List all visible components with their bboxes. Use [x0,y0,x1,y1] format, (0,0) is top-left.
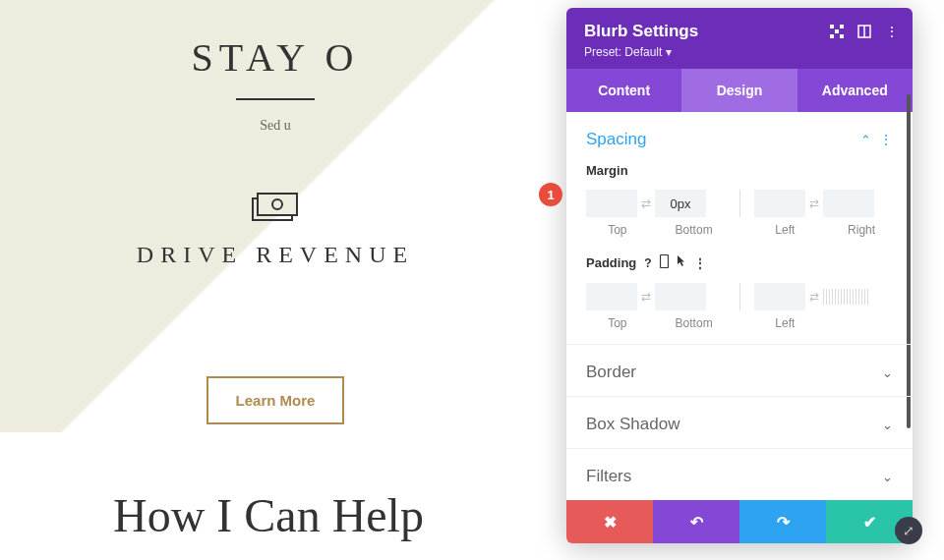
discard-button[interactable]: ✖ [566,500,653,543]
hero-subtext: Sed u [0,118,551,134]
annotation-badge: 1 [539,183,562,206]
redo-button[interactable]: ↷ [739,500,826,543]
panel-footer: ✖ ↶ ↷ ✔ [566,500,913,543]
label-right: Right [830,223,893,237]
spacing-options-icon[interactable]: ⋮ [879,132,893,147]
label-left: Left [754,223,817,237]
help-icon[interactable]: ? [644,256,651,270]
label-top: Top [586,223,649,237]
section-box-shadow[interactable]: Box Shadow ⌄ [566,397,913,449]
hero-title: STAY O [0,34,551,81]
blurb-title: DRIVE REVENUE [0,242,551,268]
tab-content[interactable]: Content [566,69,681,112]
expand-icon[interactable] [857,24,871,39]
padding-bottom-input[interactable] [655,283,706,310]
tab-advanced[interactable]: Advanced [797,69,913,112]
label-bottom: Bottom [663,223,726,237]
resize-handle[interactable]: ⤢ [895,517,922,544]
chevron-down-icon: ⌄ [882,365,893,380]
padding-top-input[interactable] [586,283,637,310]
label-bottom: Bottom [663,316,726,330]
spacing-label: Spacing [586,130,646,149]
label-left: Left [754,316,817,330]
learn-more-button[interactable]: Learn More [206,376,345,424]
padding-options-icon[interactable]: ⋮ [694,256,706,270]
more-icon[interactable]: ⋮ [885,24,899,39]
settings-panel: Blurb Settings Preset: Default ▾ ⋮ Conte… [566,8,913,543]
svg-rect-5 [830,25,834,28]
section-filters[interactable]: Filters ⌄ [566,449,913,500]
margin-bottom-input[interactable] [655,190,706,217]
blurb-module[interactable]: DRIVE REVENUE [0,193,551,268]
margin-label: Margin [586,163,893,178]
undo-button[interactable]: ↶ [653,500,739,543]
padding-right-slider[interactable] [823,289,870,305]
preset-selector[interactable]: Preset: Default ▾ [584,45,895,59]
panel-tabs: Content Design Advanced [566,69,913,112]
filters-label: Filters [586,467,631,486]
hover-icon[interactable] [677,254,686,271]
hero-divider [236,98,315,100]
section-heading: How I Can Help [113,488,551,542]
svg-rect-2 [258,194,297,215]
chevron-up-icon: ⌃ [860,133,871,147]
svg-rect-9 [835,29,839,33]
money-icon [0,193,551,222]
margin-left-input[interactable] [754,190,805,217]
padding-left-input[interactable] [754,283,805,310]
svg-rect-8 [840,34,844,38]
chevron-down-icon: ⌄ [882,418,893,432]
svg-rect-12 [660,255,668,268]
link-icon[interactable]: ⇄ [809,290,819,304]
link-icon[interactable]: ⇄ [641,196,651,210]
snap-icon[interactable] [830,24,844,39]
svg-rect-6 [840,25,844,28]
label-top: Top [586,316,649,330]
section-border[interactable]: Border ⌄ [566,345,913,397]
page-background: STAY O Sed u DRIVE REVENUE Learn More Ho… [0,0,551,542]
panel-header[interactable]: Blurb Settings Preset: Default ▾ ⋮ [566,8,913,69]
padding-label: Padding ? ⋮ [586,254,893,271]
link-icon[interactable]: ⇄ [809,196,819,210]
tab-design[interactable]: Design [681,69,796,112]
border-label: Border [586,363,636,382]
margin-top-input[interactable] [586,190,637,217]
link-icon[interactable]: ⇄ [641,290,651,304]
svg-rect-7 [830,34,834,38]
boxshadow-label: Box Shadow [586,415,679,434]
chevron-down-icon: ⌄ [882,470,893,484]
section-spacing: Spacing ⌃ ⋮ Margin ⇄ ⇄ [566,112,913,345]
device-icon[interactable] [660,254,669,271]
spacing-header[interactable]: Spacing ⌃ ⋮ [586,130,893,149]
margin-right-input[interactable] [823,190,874,217]
